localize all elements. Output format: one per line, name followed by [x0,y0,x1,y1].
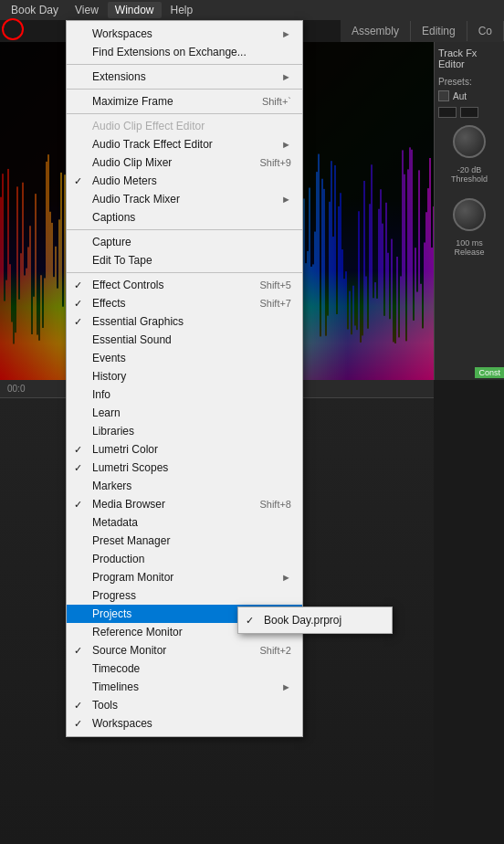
tab-assembly[interactable]: Assembly [341,21,411,41]
menu-label: Essential Graphics [92,315,184,328]
menu-item-production[interactable]: Production [67,550,302,568]
menu-item-essential-graphics[interactable]: ✓ Essential Graphics [67,312,302,331]
check-icon: ✓ [74,280,82,291]
menu-item-extensions[interactable]: Extensions ► [67,68,302,86]
menu-item-source-monitor[interactable]: ✓ Source Monitor Shift+2 [67,641,302,659]
project-name-menu[interactable]: Book Day [4,2,66,18]
check-icon: ✓ [246,615,254,627]
menu-item-timelines[interactable]: Timelines ► [67,678,302,696]
shortcut-label: Shift+5 [241,280,291,290]
threshold-value: -20 dB [438,165,500,174]
workspace-tabs: Assembly Editing Co [341,20,504,42]
menu-item-workspaces-top[interactable]: Workspaces ► [67,25,302,43]
menu-label: Production [92,553,144,565]
release-knob[interactable] [453,198,486,231]
menu-item-effect-controls[interactable]: ✓ Effect Controls Shift+5 [67,276,302,294]
timeline-time-1: 00:0 [7,384,25,394]
track-fx-editor: Track Fx Editor Presets: Aut -20 dB Thre… [434,42,504,380]
menu-item-audio-meters[interactable]: ✓ Audio Meters [67,172,302,190]
menu-item-markers[interactable]: Markers [67,477,302,495]
window-menu-item[interactable]: Window [108,2,162,18]
menu-item-audio-track-effect-editor[interactable]: Audio Track Effect Editor ► [67,135,302,153]
menu-item-tools[interactable]: ✓ Tools [67,696,302,714]
menu-label: Timecode [92,662,140,675]
menu-item-essential-sound[interactable]: Essential Sound [67,331,302,349]
submenu-item-book-day[interactable]: ✓ Book Day.prproj [238,611,392,629]
shortcut-label: Shift+7 [241,298,291,309]
menu-label: Learn [92,406,121,419]
view-menu-item[interactable]: View [68,2,106,18]
release-value: 100 ms [438,238,500,248]
menu-label: Events [92,352,126,364]
arrow-icon: ► [281,572,291,583]
shortcut-label: Shift+8 [241,499,291,510]
auto-checkbox[interactable] [438,90,449,101]
check-icon: ✓ [74,499,82,511]
divider [67,64,302,65]
menu-label: Program Monitor [92,571,173,584]
menu-label: Workspaces [92,27,152,40]
release-label: Release [438,248,500,257]
fx-btn-1[interactable] [438,107,457,118]
check-icon: ✓ [74,462,82,474]
menu-label: Tools [92,699,118,712]
menu-item-media-browser[interactable]: ✓ Media Browser Shift+8 [67,495,302,513]
check-icon: ✓ [74,298,82,310]
menu-item-learn[interactable]: Learn [67,404,302,422]
threshold-label: Threshold [438,174,500,184]
shortcut-label: Shift+` [244,96,291,107]
menu-item-preset-manager[interactable]: Preset Manager [67,532,302,550]
menu-item-info[interactable]: Info [67,385,302,404]
menu-label: Workspaces [92,717,152,730]
menu-label: Audio Clip Effect Editor [92,120,205,132]
track-fx-title: Track Fx Editor [438,47,500,69]
divider [67,89,302,90]
help-menu-item[interactable]: Help [163,2,201,18]
menu-label: Markers [92,480,131,492]
fx-btn-2[interactable] [460,107,478,118]
menu-label: Info [92,388,110,401]
menu-item-find-extensions[interactable]: Find Extensions on Exchange... [67,43,302,61]
menu-label: Essential Sound [92,333,172,346]
check-icon: ✓ [74,718,82,730]
menu-label: Media Browser [92,498,165,511]
presets-label: Presets: [438,77,500,87]
menu-item-workspaces-bottom[interactable]: ✓ Workspaces [67,714,302,733]
menu-item-lumetri-color[interactable]: ✓ Lumetri Color [67,440,302,459]
check-icon: ✓ [74,700,82,712]
menu-item-lumetri-scopes[interactable]: ✓ Lumetri Scopes [67,459,302,477]
menu-item-maximize-frame[interactable]: Maximize Frame Shift+` [67,92,302,111]
submenu-label: Book Day.prproj [264,614,341,627]
menu-item-effects[interactable]: ✓ Effects Shift+7 [67,294,302,312]
menu-label: Captions [92,211,135,224]
menu-item-audio-clip-effect-editor: Audio Clip Effect Editor [67,117,302,135]
menu-label: Preset Manager [92,534,170,547]
menu-label: Effects [92,297,125,310]
menu-bar: Book Day View Window Help [0,0,504,20]
menu-item-metadata[interactable]: Metadata [67,513,302,532]
menu-item-libraries[interactable]: Libraries [67,422,302,440]
menu-label: Source Monitor [92,644,166,657]
menu-item-edit-to-tape[interactable]: Edit To Tape [67,251,302,269]
menu-label: Extensions [92,70,146,83]
auto-label: Aut [453,91,467,101]
arrow-icon: ► [281,681,291,692]
auto-checkbox-row: Aut [438,90,500,101]
menu-item-timecode[interactable]: Timecode [67,659,302,678]
menu-item-events[interactable]: Events [67,349,302,367]
const-badge: Const [475,367,504,378]
menu-item-audio-clip-mixer[interactable]: Audio Clip Mixer Shift+9 [67,153,302,172]
threshold-knob[interactable] [453,125,486,158]
menu-label: Capture [92,236,131,248]
menu-item-capture[interactable]: Capture [67,233,302,251]
menu-label: Timelines [92,680,139,693]
menu-label: Lumetri Color [92,443,158,456]
tab-editing[interactable]: Editing [411,21,467,41]
arrow-icon: ► [281,71,291,82]
menu-item-captions[interactable]: Captions [67,208,302,227]
menu-item-program-monitor[interactable]: Program Monitor ► [67,568,302,586]
menu-item-audio-track-mixer[interactable]: Audio Track Mixer ► [67,190,302,208]
tab-co[interactable]: Co [467,21,504,41]
menu-item-history[interactable]: History [67,367,302,385]
menu-item-progress[interactable]: Progress [67,586,302,605]
